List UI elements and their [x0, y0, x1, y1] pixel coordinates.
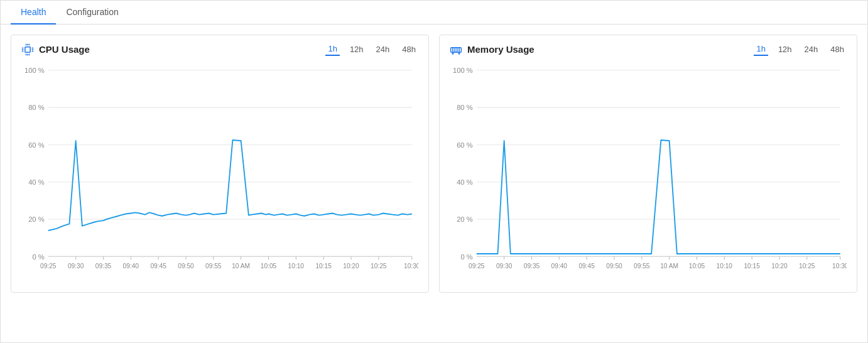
svg-text:09:40: 09:40: [551, 263, 568, 270]
svg-text:10:10: 10:10: [717, 263, 733, 270]
cpu-chart-header: CPU Usage 1h 12h 24h 48h: [21, 43, 418, 56]
memory-time-1h[interactable]: 1h: [754, 43, 768, 56]
svg-text:100 %: 100 %: [453, 67, 473, 74]
svg-text:10:20: 10:20: [771, 263, 788, 270]
memory-icon: [450, 43, 462, 56]
svg-text:10:30: 10:30: [832, 263, 847, 270]
svg-text:0 %: 0 %: [460, 253, 472, 260]
svg-text:09:35: 09:35: [95, 263, 112, 270]
svg-text:09:45: 09:45: [150, 263, 166, 270]
svg-text:10:25: 10:25: [371, 263, 387, 270]
svg-text:10:10: 10:10: [288, 263, 305, 270]
memory-time-24h[interactable]: 24h: [802, 43, 821, 55]
svg-text:100 %: 100 %: [24, 67, 45, 74]
svg-text:09:25: 09:25: [40, 263, 57, 270]
tab-configuration[interactable]: Configuration: [56, 1, 128, 24]
memory-chart-svg: 100 % 80 % 60 % 40 % 20 % 0 %: [450, 61, 847, 287]
memory-chart-container: 100 % 80 % 60 % 40 % 20 % 0 %: [450, 61, 847, 287]
svg-text:10:20: 10:20: [343, 263, 359, 270]
svg-text:09:50: 09:50: [178, 263, 194, 270]
svg-text:40 %: 40 %: [457, 178, 473, 186]
svg-text:09:25: 09:25: [469, 263, 485, 270]
svg-text:10 AM: 10 AM: [232, 263, 250, 270]
memory-time-48h[interactable]: 48h: [828, 43, 847, 55]
tab-health[interactable]: Health: [11, 1, 56, 24]
svg-text:09:45: 09:45: [578, 263, 595, 270]
svg-text:80 %: 80 %: [457, 104, 473, 111]
svg-text:09:55: 09:55: [205, 263, 222, 270]
svg-text:09:35: 09:35: [524, 263, 540, 270]
svg-text:10:15: 10:15: [315, 263, 332, 270]
svg-text:10:05: 10:05: [261, 263, 277, 270]
memory-chart-title: Memory Usage: [467, 44, 534, 55]
memory-time-12h[interactable]: 12h: [776, 43, 795, 55]
svg-text:10:05: 10:05: [689, 263, 705, 270]
cpu-chart-title: CPU Usage: [39, 44, 90, 55]
svg-rect-53: [451, 47, 462, 52]
cpu-icon: [21, 43, 34, 56]
svg-text:10:15: 10:15: [744, 263, 760, 270]
svg-text:60 %: 60 %: [457, 141, 473, 148]
svg-text:60 %: 60 %: [28, 141, 45, 148]
svg-text:10:30: 10:30: [404, 263, 418, 270]
cpu-chart-container: 100 % 80 % 60 % 40 % 20 % 0 %: [21, 61, 418, 287]
svg-text:09:55: 09:55: [634, 263, 650, 270]
cpu-time-buttons: 1h 12h 24h 48h: [325, 43, 418, 56]
svg-text:80 %: 80 %: [28, 104, 45, 111]
cpu-time-1h[interactable]: 1h: [325, 43, 339, 56]
svg-text:20 %: 20 %: [28, 215, 45, 223]
svg-text:09:30: 09:30: [496, 263, 513, 270]
svg-text:09:30: 09:30: [68, 263, 84, 270]
cpu-chart-svg: 100 % 80 % 60 % 40 % 20 % 0 %: [21, 61, 418, 287]
memory-title-group: Memory Usage: [450, 43, 534, 56]
svg-rect-0: [25, 46, 30, 52]
svg-text:10:25: 10:25: [799, 263, 815, 270]
cpu-panel: CPU Usage 1h 12h 24h 48h 100 % 80 % 60 %…: [11, 35, 429, 293]
svg-text:09:40: 09:40: [123, 263, 139, 270]
svg-text:10 AM: 10 AM: [660, 263, 678, 270]
page-wrapper: Health Configuration: [0, 0, 868, 343]
tabs-bar: Health Configuration: [1, 1, 867, 24]
svg-text:40 %: 40 %: [28, 178, 45, 186]
memory-chart-header: Memory Usage 1h 12h 24h 48h: [450, 43, 847, 56]
svg-text:09:50: 09:50: [606, 263, 622, 270]
cpu-time-12h[interactable]: 12h: [347, 43, 366, 55]
cpu-time-24h[interactable]: 24h: [374, 43, 393, 55]
svg-text:20 %: 20 %: [457, 215, 473, 223]
cpu-title-group: CPU Usage: [21, 43, 90, 56]
svg-text:0 %: 0 %: [32, 253, 44, 260]
charts-area: CPU Usage 1h 12h 24h 48h 100 % 80 % 60 %…: [1, 24, 867, 303]
memory-time-buttons: 1h 12h 24h 48h: [754, 43, 847, 56]
memory-panel: Memory Usage 1h 12h 24h 48h 100 % 80 % 6…: [439, 35, 857, 293]
cpu-time-48h[interactable]: 48h: [399, 43, 418, 55]
